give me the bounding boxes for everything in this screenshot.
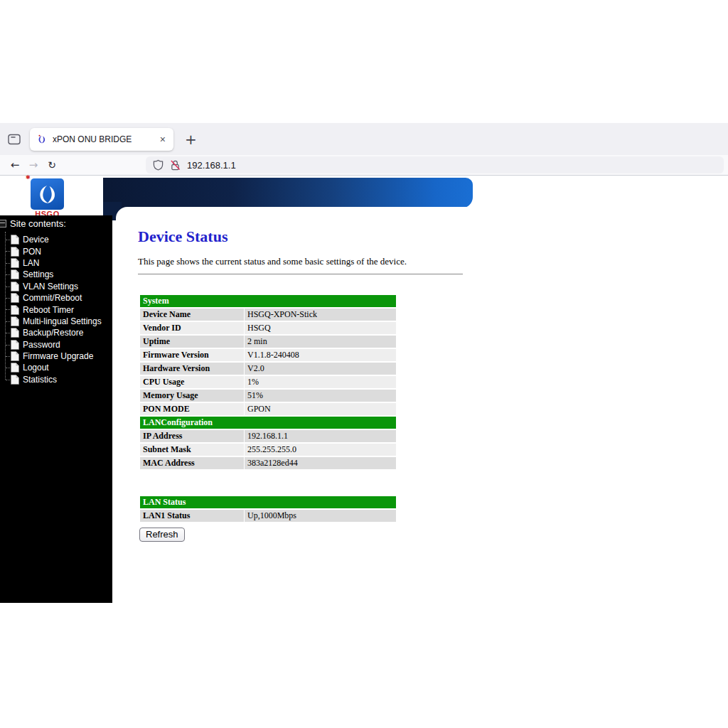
sidebar-item-label: Settings	[23, 269, 53, 279]
sidebar-item[interactable]: Commit/Reboot	[0, 292, 112, 304]
browser-chrome: xPON ONU BRIDGE × + ← → ↻ 192.168.1.1	[0, 123, 728, 176]
sidebar-header: Site contents:	[0, 217, 112, 230]
sidebar-item[interactable]: Password	[0, 339, 112, 350]
table-row: IP Address 192.168.1.1	[140, 430, 396, 442]
sidebar-item-label: Multi-lingual Settings	[23, 316, 102, 326]
row-value: V2.0	[245, 363, 396, 375]
table-row: Vendor ID HSGQ	[140, 322, 396, 334]
sidebar-item[interactable]: PON	[0, 245, 112, 257]
forward-button[interactable]: →	[24, 160, 43, 171]
sidebar-item-label: Firmware Upgrade	[23, 351, 93, 361]
row-label: Hardware Version	[140, 363, 244, 375]
sidebar-item-label: Device	[23, 235, 49, 245]
screenshot-root: xPON ONU BRIDGE × + ← → ↻ 192.168.1.1	[0, 0, 728, 728]
row-value: V1.1.8-240408	[245, 349, 396, 361]
tab-favicon-icon	[37, 134, 47, 144]
sidebar-menu: Device PON LAN	[0, 234, 112, 385]
document-icon	[11, 247, 19, 257]
row-label: Device Name	[140, 309, 244, 321]
sidebar-item-label: Logout	[23, 363, 49, 373]
sidebar-title: Site contents:	[10, 218, 66, 229]
sidebar-item[interactable]: Settings	[0, 269, 112, 280]
refresh-button[interactable]: Refresh	[139, 528, 185, 542]
table-row: CPU Usage 1%	[140, 376, 396, 388]
firefox-view-icon	[8, 134, 21, 145]
row-value: Up,1000Mbps	[245, 510, 396, 522]
back-button[interactable]: ←	[6, 160, 24, 171]
tab-bar: xPON ONU BRIDGE × +	[0, 123, 728, 155]
divider	[138, 274, 463, 274]
table-row: Firmware Version V1.1.8-240408	[140, 349, 396, 361]
logo-trademark: ✱	[26, 174, 31, 181]
tab-title: xPON ONU BRIDGE	[53, 134, 156, 144]
sidebar-item[interactable]: LAN	[0, 257, 112, 269]
table-row: Subnet Mask 255.255.255.0	[140, 444, 396, 456]
sidebar-item-label: LAN	[23, 258, 39, 268]
main-content: Device Status This page shows the curren…	[138, 228, 607, 542]
row-label: IP Address	[140, 430, 244, 442]
tab-close-button[interactable]: ×	[156, 133, 169, 146]
document-icon	[11, 363, 19, 373]
document-icon	[11, 269, 19, 279]
sidebar-item[interactable]: VLAN Settings	[0, 281, 112, 292]
row-value: HSGQ-XPON-Stick	[245, 309, 396, 321]
sidebar-item-label: Reboot Timer	[23, 305, 74, 315]
row-value: 192.168.1.1	[245, 430, 396, 442]
row-value: GPON	[245, 403, 396, 415]
table-row: LAN1 Status Up,1000Mbps	[140, 510, 396, 522]
new-tab-button[interactable]: +	[185, 132, 197, 146]
table-row: MAC Address 383a2128ed44	[140, 457, 396, 469]
section-header-system: System	[140, 295, 396, 307]
table-row: Hardware Version V2.0	[140, 363, 396, 375]
browser-tab[interactable]: xPON ONU BRIDGE ×	[30, 128, 173, 151]
row-label: Uptime	[140, 336, 244, 348]
sidebar-item-label: Statistics	[23, 375, 57, 385]
firefox-view-button[interactable]	[5, 130, 23, 149]
page-title: Device Status	[138, 228, 607, 246]
row-value: 1%	[245, 376, 396, 388]
document-icon	[11, 282, 19, 291]
sidebar-item-label: Commit/Reboot	[23, 293, 82, 303]
sidebar-item[interactable]: Reboot Timer	[0, 304, 112, 315]
row-label: Memory Usage	[140, 390, 244, 402]
section-header-lan-configuration: LANConfiguration	[140, 417, 396, 429]
row-value: 383a2128ed44	[245, 457, 396, 469]
sidebar-item-label: PON	[23, 247, 41, 257]
lock-strike-icon[interactable]	[170, 159, 181, 171]
row-label: LAN1 Status	[140, 510, 244, 522]
row-label: MAC Address	[140, 457, 244, 469]
table-row: Memory Usage 51%	[140, 390, 396, 402]
document-icon	[11, 258, 19, 268]
section-header-lan-status: LAN Status	[140, 496, 396, 508]
row-value: 2 min	[245, 336, 396, 348]
table-row: PON MODE GPON	[140, 403, 396, 415]
reload-button[interactable]: ↻	[43, 160, 61, 171]
content-panel-corner	[116, 207, 471, 227]
row-value: 255.255.255.0	[245, 444, 396, 456]
sidebar-item-label: VLAN Settings	[23, 282, 78, 291]
row-label: CPU Usage	[140, 376, 244, 388]
sidebar-item[interactable]: Logout	[0, 362, 112, 373]
sidebar-item[interactable]: Firmware Upgrade	[0, 350, 112, 362]
header-banner	[103, 178, 473, 208]
document-icon	[11, 351, 19, 361]
row-label: Vendor ID	[140, 322, 244, 334]
sidebar-item[interactable]: Statistics	[0, 374, 112, 385]
document-icon	[11, 235, 19, 245]
sidebar-item[interactable]: Device	[0, 234, 112, 245]
sidebar: Site contents: Device PON	[0, 215, 112, 603]
table-row: Device Name HSGQ-XPON-Stick	[140, 309, 396, 321]
sidebar-item-label: Backup/Restore	[23, 328, 83, 338]
row-label: PON MODE	[140, 403, 244, 415]
tree-collapse-icon[interactable]	[0, 220, 6, 228]
page-description: This page shows the current status and s…	[138, 256, 607, 267]
row-label: Firmware Version	[140, 349, 244, 361]
shield-icon[interactable]	[153, 159, 164, 171]
sidebar-item[interactable]: Multi-lingual Settings	[0, 316, 112, 327]
document-icon	[11, 340, 19, 350]
table-row: Uptime 2 min	[140, 336, 396, 348]
document-icon	[11, 316, 19, 326]
document-icon	[11, 293, 19, 303]
url-bar[interactable]: 192.168.1.1	[146, 156, 724, 173]
sidebar-item[interactable]: Backup/Restore	[0, 327, 112, 338]
